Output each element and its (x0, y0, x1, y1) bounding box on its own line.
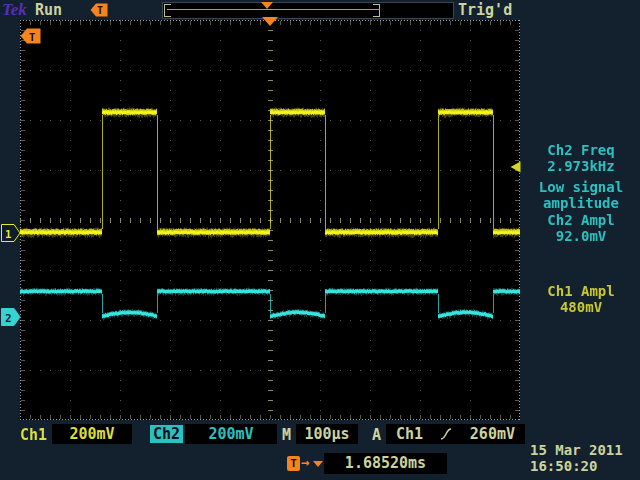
ch2-ground-marker: 2 (1, 308, 21, 326)
t-icon-label: T (29, 31, 36, 44)
measurement-value: 92.0mV (526, 228, 636, 244)
record-trigger-triangle-icon (261, 2, 273, 9)
timebase-readout: 100µs (296, 424, 358, 444)
ch2-readout-badge: Ch2 (150, 425, 183, 443)
delay-triangle-icon (313, 461, 323, 467)
trigger-readout: Ch1 260mV (386, 424, 525, 444)
status-bar: Tek Run T Trig'd (0, 0, 640, 20)
trigger-level-value: 260mV (470, 424, 515, 444)
trigger-menu-label: A (372, 426, 381, 446)
record-view-bar (162, 2, 454, 19)
measurement-label: Ch1 Ampl (526, 283, 636, 299)
ch1-scale-readout: 200mV (52, 424, 132, 444)
timebase-label: M (282, 426, 291, 446)
measurement-value: 2.973kHz (526, 158, 636, 174)
trigger-source: Ch1 (396, 424, 423, 444)
delay-t-icon: T (287, 456, 300, 471)
datetime-display: 15 Mar 2011 16:50:20 (530, 442, 623, 474)
ch1-readout-label: Ch1 (20, 426, 47, 446)
measurement-ch2-ampl: Ch2 Ampl 92.0mV (526, 212, 636, 244)
oscilloscope-screen: Tek Run T Trig'd T 1 2 Ch2 Freq (0, 0, 640, 480)
trigger-position-t-icon: T (90, 3, 108, 17)
record-window-left-bracket-icon (164, 4, 171, 17)
ch1-ground-marker: 1 (1, 224, 21, 242)
tek-logo: Tek (2, 0, 27, 20)
acquisition-status: Run (35, 1, 62, 19)
measurement-ch2-freq: Ch2 Freq 2.973kHz Low signal amplitude (526, 142, 636, 211)
measurement-ch1-ampl: Ch1 Ampl 480mV (526, 283, 636, 315)
measurement-label: Ch2 Freq (526, 142, 636, 158)
rising-slope-icon (440, 427, 452, 441)
delay-arrow-icon: → (301, 454, 309, 470)
ch2-scale-readout: 200mV (185, 424, 277, 444)
t-icon-label: T (97, 5, 103, 16)
trigger-offscreen-t-icon: T (20, 28, 41, 44)
measurement-warning-line1: Low signal (526, 179, 636, 195)
date-label: 15 Mar 2011 (530, 442, 623, 458)
measurement-warning-line2: amplitude (526, 195, 636, 211)
expansion-point-triangle-icon (262, 17, 278, 26)
ch2-marker-label: 2 (5, 312, 12, 325)
time-label: 16:50:20 (530, 458, 623, 474)
trigger-state-label: Trig'd (458, 1, 512, 19)
ch1-marker-label: 1 (5, 228, 12, 241)
trigger-level-arrow-icon (510, 161, 521, 173)
record-window-right-bracket-icon (373, 4, 380, 17)
measurement-value: 480mV (526, 299, 636, 315)
measurement-label: Ch2 Ampl (526, 212, 636, 228)
delay-time-readout: 1.68520ms (324, 453, 447, 474)
graticule-waveform-canvas (20, 20, 520, 420)
record-waveform-line (167, 9, 380, 10)
